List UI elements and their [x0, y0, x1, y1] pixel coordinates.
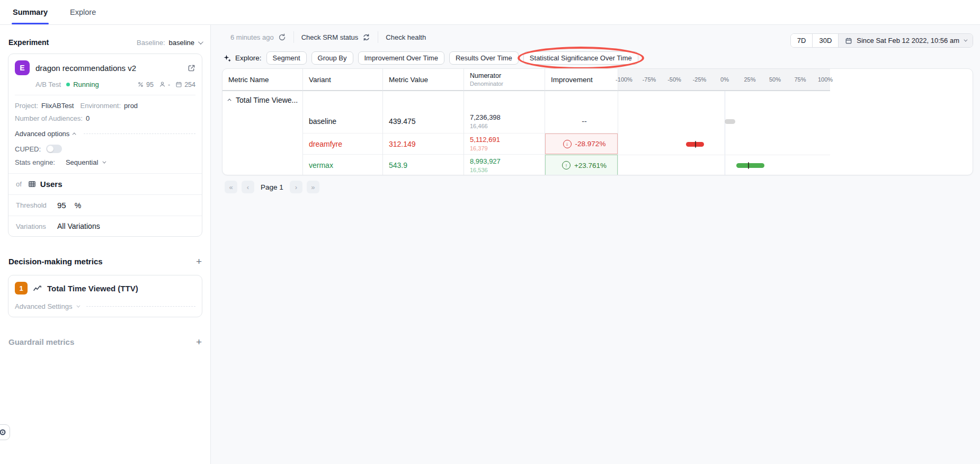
- chevron-down-icon: [198, 39, 203, 44]
- column-header-metric-name: Metric Name: [222, 69, 303, 91]
- range-7d-button[interactable]: 7D: [791, 34, 813, 47]
- stats-engine-label: Stats engine:: [15, 158, 55, 166]
- date-range-picker[interactable]: Since Sat Feb 12 2022, 10:56 am: [839, 34, 973, 47]
- threshold-row: Threshold 95 %: [8, 194, 202, 216]
- variations-label: Variations: [16, 222, 57, 230]
- variations-value[interactable]: All Variations: [57, 222, 100, 230]
- variant-cell-vermax[interactable]: vermax: [303, 155, 382, 175]
- check-srm-status-button[interactable]: Check SRM status: [301, 33, 371, 41]
- baseline-selector[interactable]: Baseline: baseline: [137, 39, 202, 47]
- tab-summary[interactable]: Summary: [13, 0, 48, 24]
- add-guardrail-metric-button[interactable]: +: [196, 337, 202, 347]
- confidence-interval-chart: [618, 91, 830, 175]
- last-updated: 6 minutes ago: [230, 33, 286, 41]
- variant-cell-baseline[interactable]: baseline: [303, 110, 382, 133]
- table-header-row: Metric Name Variant Metric Value Numerat…: [222, 69, 973, 91]
- unit-type-value: Users: [40, 180, 63, 189]
- threshold-label: Threshold: [16, 201, 57, 209]
- add-decision-metric-button[interactable]: +: [196, 256, 202, 266]
- unit-type-row[interactable]: of Users: [8, 173, 202, 194]
- divider: [86, 306, 195, 307]
- axis-tick: 50%: [769, 76, 781, 83]
- variant-cell-dreamfyre[interactable]: dreamfyre: [303, 133, 382, 155]
- date-range-control: 7D 30D Since Sat Feb 12 2022, 10:56 am: [790, 33, 973, 48]
- axis-tick: -50%: [667, 76, 681, 83]
- pagination: « ‹ Page 1 › »: [225, 181, 319, 193]
- allocation-stat: 95: [137, 81, 154, 88]
- range-30d-button[interactable]: 30D: [813, 34, 839, 47]
- improvement-dreamfyre: ↓ -28.972%: [545, 133, 618, 155]
- axis-tick: -100%: [616, 76, 632, 83]
- guardrail-metrics-title: Guardrail metrics: [8, 337, 196, 346]
- stats-engine-value[interactable]: Sequential: [66, 158, 98, 166]
- person-icon: [159, 81, 166, 88]
- help-widget-button[interactable]: [0, 424, 10, 440]
- baseline-value: baseline: [169, 39, 194, 47]
- metric-group-row[interactable]: Total Time Viewe...: [222, 91, 302, 104]
- divider: [293, 31, 294, 43]
- zero-axis-line: [725, 91, 725, 175]
- experiment-type: A/B Test: [35, 81, 61, 88]
- explore-pill-group-by[interactable]: Group By: [311, 51, 353, 65]
- page-indicator: Page 1: [261, 183, 283, 191]
- experiment-avatar: E: [15, 60, 30, 75]
- results-table: Metric Name Variant Metric Value Numerat…: [222, 68, 973, 175]
- previous-page-button[interactable]: ‹: [242, 181, 254, 193]
- axis-tick: -75%: [643, 76, 656, 83]
- percent-icon: [137, 81, 144, 88]
- app-root: Summary Explore Experiment Baseline: bas…: [0, 0, 980, 464]
- last-page-button[interactable]: »: [307, 181, 319, 193]
- metric-index-badge: 1: [15, 282, 28, 295]
- experiment-card: E dragon recommendations v2 A/B Test Run…: [8, 53, 202, 237]
- column-header-numerator-denominator: Numerator Denominator: [464, 69, 545, 91]
- sparkle-icon: [223, 54, 231, 63]
- duration-stat: 254: [175, 81, 195, 88]
- external-link-icon[interactable]: [188, 64, 195, 72]
- arrow-up-circle-icon: ↑: [562, 161, 571, 169]
- metric-name[interactable]: Total Time Viewed (TTV): [47, 284, 138, 293]
- check-health-button[interactable]: Check health: [386, 33, 426, 41]
- improvement-baseline: --: [545, 110, 618, 133]
- axis-tick: 75%: [794, 76, 806, 83]
- ci-center-tick: [695, 141, 696, 148]
- top-tab-bar: Summary Explore: [0, 0, 980, 25]
- baseline-label: Baseline:: [137, 39, 165, 47]
- explore-pill-results-over-time[interactable]: Results Over Time: [449, 51, 519, 65]
- axis-tick: 100%: [818, 76, 833, 83]
- chevron-down-icon: [77, 304, 81, 308]
- tab-explore[interactable]: Explore: [70, 0, 96, 24]
- metric-value-dreamfyre: 312.149: [383, 133, 464, 155]
- ci-bar-vermax: [736, 163, 764, 168]
- environment-value: prod: [124, 102, 138, 110]
- advanced-options-toggle[interactable]: Advanced options: [15, 130, 195, 138]
- target-icon: [0, 429, 6, 436]
- refresh-icon[interactable]: [278, 33, 286, 41]
- users-stat: -: [159, 81, 170, 88]
- numerator-denominator-vermax: 8,993,927 16,536: [464, 155, 545, 175]
- sync-icon: [362, 33, 370, 41]
- status-badge: Running: [73, 81, 99, 88]
- numerator-denominator-dreamfyre: 5,112,691 16,379: [464, 133, 545, 155]
- metric-value-baseline: 439.475: [383, 110, 464, 133]
- column-header-improvement: Improvement: [545, 69, 618, 91]
- table-body: Total Time Viewe... baseline dreamfyre v…: [222, 91, 973, 175]
- numerator-denominator-baseline: 7,236,398 16,466: [464, 110, 545, 133]
- explore-pill-improvement-over-time[interactable]: Improvement Over Time: [358, 51, 444, 65]
- chevron-down-icon: [964, 38, 967, 42]
- decision-metric-card: 1 Total Time Viewed (TTV) Advanced Setti…: [8, 275, 202, 317]
- divider: [378, 31, 378, 43]
- calendar-icon: [175, 81, 182, 88]
- column-header-metric-value: Metric Value: [383, 69, 464, 91]
- metric-advanced-settings[interactable]: Advanced Settings: [15, 302, 195, 310]
- next-page-button[interactable]: ›: [290, 181, 302, 193]
- explore-pill-statistical-significance-over-time[interactable]: Statistical Significance Over Time: [523, 51, 638, 65]
- audiences-label: Number of Audiences:: [15, 114, 83, 122]
- first-page-button[interactable]: «: [225, 181, 237, 193]
- threshold-input[interactable]: 95: [57, 201, 66, 210]
- explore-pill-segment[interactable]: Segment: [266, 51, 307, 65]
- axis-tick: 25%: [744, 76, 755, 83]
- cuped-toggle[interactable]: [46, 145, 62, 153]
- table-spacer: [830, 91, 973, 175]
- axis-tick: -25%: [693, 76, 707, 83]
- explore-label: Explore:: [223, 54, 262, 63]
